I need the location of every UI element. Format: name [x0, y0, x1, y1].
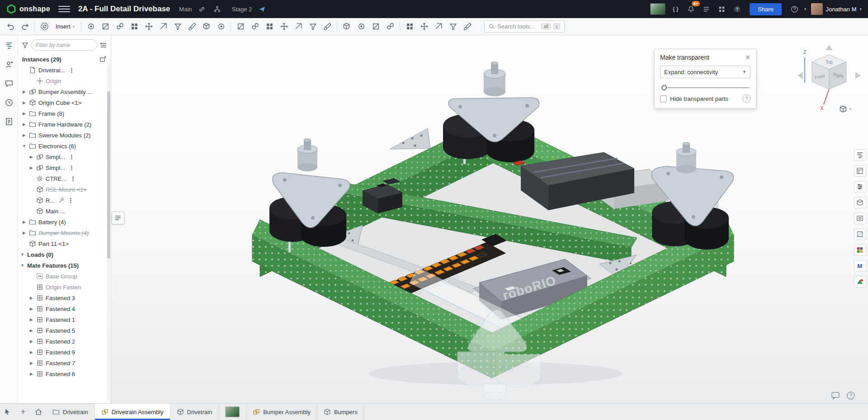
named-views-panel-icon[interactable] [854, 212, 866, 224]
chevron-right-icon[interactable]: ▶ [22, 133, 27, 137]
hole-icon[interactable] [263, 20, 276, 33]
chevron-right-icon[interactable]: ▶ [29, 339, 34, 344]
chevron-right-icon[interactable]: ▶ [22, 122, 27, 127]
feedback-icon[interactable] [731, 4, 742, 14]
chevron-right-icon[interactable]: ▶ [22, 220, 27, 224]
fastener-icon[interactable] [277, 20, 291, 33]
chevron-right-icon[interactable]: ▶ [29, 328, 34, 333]
dev-tools-icon[interactable]: { } [670, 4, 681, 14]
app-mkcad-icon[interactable]: M [854, 260, 866, 272]
notes-icon[interactable] [3, 116, 15, 127]
tree-item[interactable]: ▶Frame (8) [18, 108, 111, 119]
onshape-logo[interactable]: onshape [6, 4, 50, 14]
main-menu-icon[interactable] [58, 3, 70, 15]
tree-item[interactable]: ▶Origin Cube <1> [18, 97, 111, 108]
display-states-icon[interactable] [369, 20, 382, 33]
tree-item[interactable]: ▶Swerve Modules (2) [18, 130, 111, 141]
resource-center-icon[interactable] [846, 391, 855, 400]
panel-scrollbar[interactable] [107, 64, 110, 401]
chevron-down-icon[interactable]: ▼ [20, 252, 25, 257]
comments-icon[interactable] [3, 78, 15, 90]
sectioning-panel-icon[interactable] [854, 228, 866, 240]
configurations-icon[interactable] [3, 59, 15, 71]
tree-item[interactable]: Origin [18, 76, 111, 86]
document-tab-bumpers[interactable]: Bumpers [317, 404, 364, 420]
help-bubble-icon[interactable] [831, 391, 840, 400]
publish-icon[interactable] [256, 4, 267, 14]
filter-icon[interactable] [22, 42, 28, 48]
tree-item[interactable]: ▶Fastened 1 [18, 314, 111, 325]
select-tool-icon[interactable] [0, 404, 15, 420]
activity-feed-icon[interactable] [701, 4, 712, 14]
transparency-slider[interactable] [661, 85, 750, 90]
configurations-panel-icon[interactable] [854, 181, 866, 193]
link-icon[interactable] [197, 4, 208, 14]
tree-item[interactable]: Origin Fasten [18, 282, 111, 293]
app-store-icon[interactable] [854, 276, 866, 288]
belt-icon[interactable] [321, 20, 334, 33]
tube-icon[interactable] [306, 20, 320, 33]
tree-item[interactable]: ▶Simpl... [18, 162, 111, 173]
home-tab-icon[interactable] [31, 404, 46, 420]
tree-item[interactable]: ▶Battery (4) [18, 217, 111, 227]
tree-section-header[interactable]: ▼Loads (0) [18, 249, 111, 260]
display-states-panel-icon[interactable] [854, 197, 866, 208]
undo-button[interactable] [4, 20, 17, 33]
insert-instance-icon[interactable] [99, 56, 107, 63]
tree-item[interactable]: Main ... [18, 206, 111, 217]
section-view-icon[interactable] [383, 20, 397, 33]
snapshot-icon[interactable] [185, 20, 199, 33]
explode-icon[interactable] [171, 20, 184, 33]
bom-panel-icon[interactable] [854, 165, 866, 177]
view-cube[interactable]: Top Front Right Z X [792, 41, 866, 116]
tree-item[interactable]: Part 11 <1> [18, 238, 111, 249]
tree-item[interactable]: ▶Bumper Assembly ... [18, 86, 111, 97]
tree-item[interactable]: ▶Fastened 2 [18, 336, 111, 347]
tree-item[interactable]: ▶Fastened 3 [18, 293, 111, 303]
model-tree-panel-icon[interactable] [854, 149, 866, 161]
chevron-down-icon[interactable]: ▼ [22, 144, 27, 148]
tree-item[interactable]: R... [18, 195, 111, 206]
circular-pattern-icon[interactable] [156, 20, 170, 33]
slider-knob[interactable] [661, 85, 667, 90]
chevron-right-icon[interactable]: ▶ [29, 361, 34, 365]
search-tools-input[interactable]: Search tools... alt c [484, 20, 565, 33]
app-grid-icon[interactable] [716, 4, 727, 14]
rotate-up-arrow-icon[interactable] [826, 45, 833, 50]
named-positions-icon[interactable] [200, 20, 213, 33]
transform-icon[interactable] [214, 20, 228, 33]
chevron-right-icon[interactable]: ▶ [22, 100, 27, 105]
chevron-right-icon[interactable]: ▶ [29, 317, 34, 322]
tree-item[interactable]: ▶Bumper Mounts (4) [18, 227, 111, 238]
chevron-right-icon[interactable]: ▶ [29, 350, 34, 354]
chevron-right-icon[interactable]: ▶ [22, 231, 27, 235]
list-view-toggle-icon[interactable] [100, 42, 107, 49]
mate-icon[interactable] [84, 20, 98, 33]
chevron-right-icon[interactable]: ▶ [22, 111, 27, 116]
help-menu-icon[interactable] [789, 4, 800, 14]
version-label[interactable]: Stage 2 [232, 6, 252, 13]
sketch-icon[interactable] [234, 20, 247, 33]
insert-button[interactable]: Insert▾ [52, 21, 78, 32]
help-caret-icon[interactable]: ▾ [804, 7, 807, 11]
cam-icon[interactable] [354, 20, 368, 33]
chevron-right-icon[interactable]: ▶ [29, 372, 34, 376]
tree-item[interactable]: RSL Mount <1> [18, 184, 111, 195]
hide-transparent-parts-checkbox[interactable] [660, 95, 667, 102]
tree-section-header[interactable]: ▼Mate Features (15) [18, 260, 111, 271]
chevron-right-icon[interactable]: ▶ [29, 307, 34, 311]
tree-item[interactable]: ▶Fastened 4 [18, 303, 111, 314]
simulation-icon[interactable] [461, 20, 474, 33]
group-icon[interactable] [99, 20, 112, 33]
update-linked-documents-icon[interactable] [38, 20, 51, 33]
chevron-right-icon[interactable]: ▶ [29, 155, 34, 159]
chevron-down-icon[interactable]: ▼ [20, 263, 25, 268]
user-menu[interactable]: Jonathan M ▾ [811, 3, 862, 15]
new-tab-button[interactable]: + [15, 404, 31, 420]
tree-item[interactable]: ▶Fastened 9 [18, 347, 111, 358]
chevron-right-icon[interactable]: ▶ [22, 90, 27, 94]
document-tab-image[interactable] [219, 404, 246, 420]
app-colored-icon[interactable] [854, 244, 866, 256]
dialog-help-icon[interactable]: ? [742, 94, 750, 103]
version-icon[interactable] [212, 4, 223, 14]
